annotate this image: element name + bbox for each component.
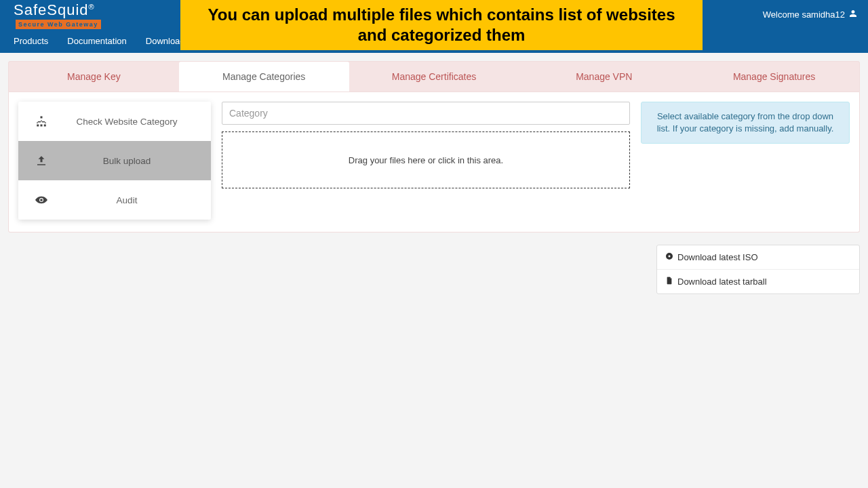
nav-documentation[interactable]: Documentation — [67, 36, 126, 46]
sidenav-bulk-upload[interactable]: Bulk upload — [18, 141, 211, 180]
tab-manage-certificates[interactable]: Manage Certificates — [349, 62, 519, 92]
user-icon — [849, 9, 857, 20]
sidenav-label: Bulk upload — [54, 156, 200, 166]
sidenav-label: Check Website Category — [54, 117, 200, 127]
file-icon — [665, 277, 673, 287]
disc-icon — [665, 252, 673, 262]
dropzone-label: Drag your files here or click in this ar… — [349, 155, 503, 165]
tab-manage-vpn[interactable]: Manage VPN — [519, 62, 689, 92]
announcement-banner: You can upload multiple files which cont… — [180, 0, 703, 50]
upload-icon — [29, 155, 54, 167]
sitemap-icon — [29, 115, 54, 127]
sidenav-check-category[interactable]: Check Website Category — [18, 102, 211, 141]
hint-box: Select available category from the drop … — [641, 102, 850, 144]
brand-area: SafeSquid® Secure Web Gateway Products D… — [14, 0, 189, 46]
panel: Check Website Category Bulk upload Audit — [8, 92, 860, 232]
tab-bar: Manage Key Manage Categories Manage Cert… — [8, 61, 860, 92]
download-tarball[interactable]: Download latest tarball — [657, 270, 859, 293]
side-nav: Check Website Category Bulk upload Audit — [18, 102, 211, 220]
tab-manage-categories[interactable]: Manage Categories — [179, 62, 349, 92]
category-input[interactable] — [222, 102, 630, 125]
download-label: Download latest ISO — [677, 252, 758, 262]
tab-manage-signatures[interactable]: Manage Signatures — [689, 62, 859, 92]
eye-icon — [29, 194, 54, 206]
tab-manage-key[interactable]: Manage Key — [9, 62, 179, 92]
file-dropzone[interactable]: Drag your files here or click in this ar… — [222, 131, 630, 188]
brand-logo[interactable]: SafeSquid® Secure Web Gateway — [14, 3, 189, 29]
topbar: SafeSquid® Secure Web Gateway Products D… — [0, 0, 868, 53]
download-iso[interactable]: Download latest ISO — [657, 245, 859, 270]
sidenav-audit[interactable]: Audit — [18, 180, 211, 220]
welcome-user[interactable]: Welcome samidha12 — [763, 0, 857, 20]
nav-products[interactable]: Products — [14, 36, 48, 46]
main-content: Drag your files here or click in this ar… — [222, 102, 630, 188]
sidenav-label: Audit — [54, 195, 200, 205]
download-label: Download latest tarball — [677, 277, 767, 287]
downloads-list: Download latest ISO Download latest tarb… — [656, 245, 860, 294]
top-nav: Products Documentation Downloads — [14, 36, 189, 46]
